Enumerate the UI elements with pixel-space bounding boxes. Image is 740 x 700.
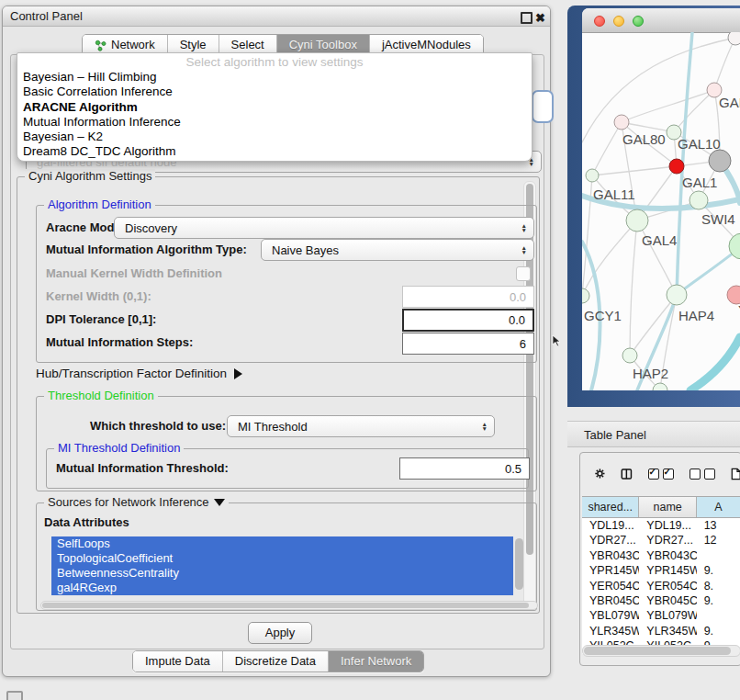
apply-button[interactable]: Apply xyxy=(248,622,312,644)
attributes-hscrollbar[interactable] xyxy=(40,601,538,610)
dpi-tolerance-label: DPI Tolerance [0,1]: xyxy=(46,312,156,326)
tab-impute-data[interactable]: Impute Data xyxy=(133,651,222,672)
table-toolbar xyxy=(580,453,740,494)
new-table-icon[interactable] xyxy=(731,464,740,484)
tab-discretize-data[interactable]: Discretize Data xyxy=(222,651,328,672)
table-row[interactable]: YER054CYER054C8. xyxy=(582,579,740,593)
kernel-width-field[interactable]: 0.0 xyxy=(402,286,534,308)
network-canvas[interactable]: GALGAL80GAL10GAL1GAL11SWI4GAL4GCY1HAP4YH… xyxy=(582,32,740,390)
control-panel-title: Control Panel xyxy=(10,9,83,23)
network-node-gal4[interactable] xyxy=(626,209,648,231)
network-edge xyxy=(714,38,735,90)
network-view-frame: GALGAL80GAL10GAL1GAL11SWI4GAL4GCY1HAP4YH… xyxy=(567,6,740,407)
float-window-icon[interactable] xyxy=(521,12,533,24)
table-row[interactable]: YBL079WYBL079W xyxy=(582,608,740,623)
table-hscrollbar[interactable] xyxy=(582,645,740,657)
table-row[interactable]: YBR045CYBR045C9. xyxy=(582,593,740,608)
table-row[interactable]: YPR145WYPR145W9. xyxy=(582,563,740,578)
algorithm-option[interactable]: ARACNE Algorithm xyxy=(17,100,532,115)
network-node-hap2[interactable] xyxy=(622,348,637,363)
tab-infer-network[interactable]: Infer Network xyxy=(328,651,423,672)
algorithm-option[interactable]: Bayesian – Hill Climbing xyxy=(17,70,532,85)
network-window-titlebar[interactable] xyxy=(582,8,740,33)
attribute-list-item[interactable]: gal4RGexp xyxy=(51,581,513,595)
table-cell: YPR145W xyxy=(582,563,639,578)
attribute-list-item[interactable]: BetweennessCentrality xyxy=(51,566,513,581)
network-node[interactable] xyxy=(728,32,740,45)
algorithm-option[interactable]: Basic Correlation Inference xyxy=(17,85,532,99)
node-label: GAL11 xyxy=(593,186,635,202)
table-cell: YDL19... xyxy=(582,518,639,533)
table-cell: YPR145W xyxy=(639,563,696,578)
column-header[interactable]: shared... xyxy=(582,497,639,517)
restore-panel-icon[interactable] xyxy=(6,691,23,700)
mi-steps-field[interactable]: 6 xyxy=(402,333,534,355)
mi-type-combo[interactable]: Naive Bayes ▲▼ xyxy=(261,239,534,261)
dpi-tolerance-field[interactable]: 0.0 xyxy=(402,309,534,332)
network-node-hap4[interactable] xyxy=(667,285,687,305)
expander-collapsed-icon xyxy=(234,368,242,379)
node-label: GAL1 xyxy=(682,175,717,190)
algorithm-option[interactable]: Mutual Information Inference xyxy=(17,115,532,130)
mi-threshold-field[interactable]: 0.5 xyxy=(399,457,530,480)
threshold-definition-title: Threshold Definition xyxy=(44,389,158,402)
column-header[interactable]: name xyxy=(639,497,696,517)
node-label: GAL xyxy=(719,95,740,110)
table-cell xyxy=(697,608,740,623)
mi-type-label: Mutual Information Algorithm Type: xyxy=(46,243,247,256)
network-node-gal80[interactable] xyxy=(614,115,629,130)
table-row[interactable]: YLR345WYLR345W9. xyxy=(582,624,740,638)
attribute-list-item[interactable]: TopologicalCoefficient xyxy=(51,551,513,566)
manual-kernel-label: Manual Kernel Width Definition xyxy=(46,266,222,280)
table-row[interactable]: YDR27...YDR27...12 xyxy=(582,533,740,548)
minimize-traffic-light-icon[interactable] xyxy=(613,16,624,27)
table-cell: YBR043C xyxy=(639,548,696,563)
network-window: GALGAL80GAL10GAL1GAL11SWI4GAL4GCY1HAP4YH… xyxy=(582,8,740,390)
node-label: GAL80 xyxy=(622,131,666,147)
network-node[interactable] xyxy=(669,159,684,174)
table-cell: 9. xyxy=(697,624,740,638)
bottom-tabbar: Impute Data Discretize Data Infer Networ… xyxy=(132,650,424,672)
table-panel-titlebar[interactable]: Table Panel xyxy=(567,421,740,447)
aracne-mode-combo[interactable]: Discovery ▲▼ xyxy=(114,217,534,239)
cyni-algorithm-settings-group: Cyni Algorithm Settings Algorithm Defini… xyxy=(17,176,540,614)
network-edge xyxy=(592,166,677,175)
algorithm-option[interactable]: Bayesian – K2 xyxy=(17,130,532,144)
network-node[interactable] xyxy=(709,150,731,172)
table-body: YDL19...YDL19...13YDR27...YDR27...12YBR0… xyxy=(582,518,740,654)
table-cell: 12 xyxy=(697,533,740,548)
table-cell: YLR345W xyxy=(639,624,696,638)
gear-icon[interactable] xyxy=(595,466,605,481)
attributes-scrollbar-thumb[interactable] xyxy=(515,538,523,590)
control-panel-titlebar[interactable]: Control Panel ✖ xyxy=(3,6,550,27)
select-checkboxes-icon[interactable] xyxy=(648,469,674,480)
node-table: shared...nameA YDL19...YDL19...13YDR27..… xyxy=(582,496,740,665)
algorithm-combo-fragment[interactable] xyxy=(532,90,554,123)
dropdown-options: Bayesian – Hill ClimbingBasic Correlatio… xyxy=(17,70,532,160)
algorithm-definition-group: Algorithm Definition Aracne Mode: Discov… xyxy=(36,205,537,363)
attribute-list-item[interactable]: SelfLoops xyxy=(51,536,513,551)
network-node[interactable] xyxy=(727,286,740,304)
sources-group-title[interactable]: Sources for Network Inference xyxy=(44,495,229,509)
close-icon[interactable]: ✖ xyxy=(535,8,545,28)
close-traffic-light-icon[interactable] xyxy=(594,16,605,27)
which-threshold-combo[interactable]: MI Threshold ▲▼ xyxy=(227,415,495,437)
network-node-gal11[interactable] xyxy=(586,169,599,182)
table-row[interactable]: YBR043CYBR043C xyxy=(582,548,740,563)
hub-expander[interactable]: Hub/Transcription Factor Definition xyxy=(36,367,242,380)
network-edge xyxy=(622,90,714,122)
table-row[interactable]: YDL19...YDL19...13 xyxy=(582,518,740,533)
column-header[interactable]: A xyxy=(697,497,740,517)
manual-kernel-checkbox[interactable] xyxy=(516,266,531,281)
table-cell: YBR045C xyxy=(582,593,639,608)
deselect-checkboxes-icon[interactable] xyxy=(690,469,715,480)
data-attributes-list: SelfLoopsTopologicalCoefficientBetweenne… xyxy=(51,536,513,595)
mi-threshold-group-title: MI Threshold Definition xyxy=(54,441,184,455)
network-node-gcy1[interactable] xyxy=(582,288,589,303)
algorithm-definition-title: Algorithm Definition xyxy=(44,198,155,211)
zoom-traffic-light-icon[interactable] xyxy=(633,16,644,27)
split-columns-icon[interactable] xyxy=(621,465,633,483)
network-node-gal1[interactable] xyxy=(690,191,708,209)
algorithm-option[interactable]: Dream8 DC_TDC Algorithm xyxy=(17,144,532,159)
table-cell: YLR345W xyxy=(582,624,639,638)
